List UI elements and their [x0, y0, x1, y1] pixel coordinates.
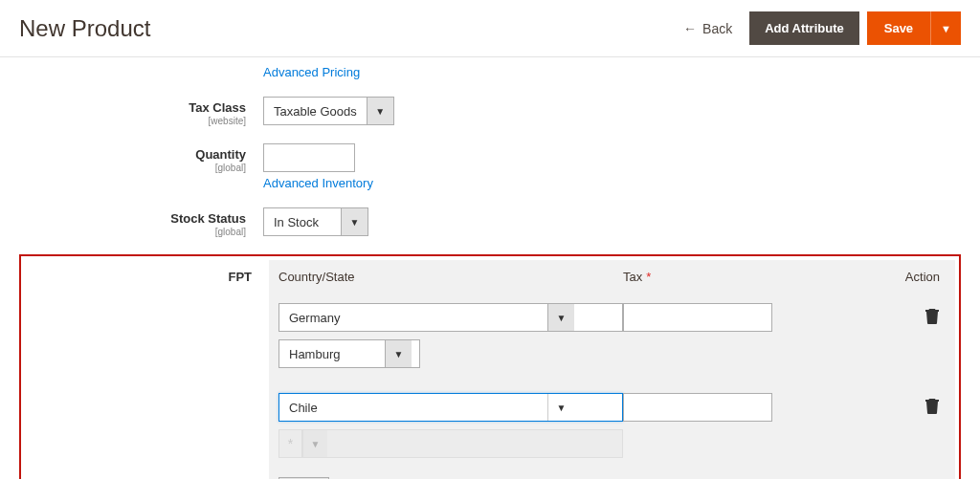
form-body: Advanced Pricing Tax Class [website] Tax…: [0, 57, 980, 479]
stock-status-label: Stock Status: [170, 211, 246, 226]
arrow-left-icon: ←: [683, 21, 697, 36]
fpt-state-select-disabled: * ▼: [278, 429, 623, 458]
header-actions: ← Back Add Attribute Save ▼: [683, 11, 961, 45]
fpt-col-country-state: Country/State: [278, 270, 623, 284]
quantity-input[interactable]: [263, 143, 355, 172]
fpt-country-select[interactable]: Germany ▼: [278, 303, 623, 332]
fpt-tax-input[interactable]: [623, 303, 772, 332]
quantity-scope: [global]: [19, 163, 246, 173]
tax-class-label: Tax Class: [189, 100, 246, 115]
chevron-down-icon: ▼: [547, 394, 574, 421]
page-header: New Product ← Back Add Attribute Save ▼: [0, 0, 980, 57]
save-dropdown-button[interactable]: ▼: [930, 11, 961, 45]
chevron-down-icon: ▼: [367, 98, 393, 124]
trash-icon[interactable]: [924, 307, 940, 324]
fpt-row: Germany ▼ Hamburg ▼: [269, 294, 955, 376]
tax-class-scope: [website]: [19, 116, 246, 126]
quantity-label: Quantity: [195, 147, 246, 162]
back-text: Back: [702, 21, 732, 36]
fpt-country-value: Chile: [279, 394, 547, 421]
tax-class-value: Taxable Goods: [264, 98, 367, 124]
fpt-state-value: *: [279, 430, 302, 457]
fpt-col-action: Action: [795, 270, 946, 284]
advanced-inventory-link[interactable]: Advanced Inventory: [263, 176, 373, 190]
back-link[interactable]: ← Back: [683, 21, 732, 36]
fpt-add-row: Add: [269, 466, 955, 479]
fpt-grid: Country/State Tax * Action Germany: [269, 260, 955, 479]
fpt-row: Chile ▼ * ▼: [269, 383, 955, 466]
fpt-col-tax: Tax *: [623, 270, 795, 284]
fpt-state-value: Hamburg: [279, 340, 385, 367]
page-title: New Product: [19, 15, 150, 42]
fpt-country-value: Germany: [279, 304, 547, 331]
add-attribute-button[interactable]: Add Attribute: [749, 11, 859, 45]
save-button[interactable]: Save: [867, 11, 930, 45]
fpt-tax-input[interactable]: [623, 393, 772, 422]
tax-class-select[interactable]: Taxable Goods ▼: [263, 97, 394, 125]
required-star-icon: *: [646, 270, 651, 284]
fpt-country-select[interactable]: Chile ▼: [278, 393, 623, 422]
chevron-down-icon: ▼: [341, 208, 368, 235]
fpt-highlight: FPT Country/State Tax * Action: [19, 254, 961, 479]
trash-icon[interactable]: [924, 397, 940, 414]
stock-status-value: In Stock: [264, 208, 341, 235]
chevron-down-icon: ▼: [385, 340, 412, 367]
fpt-label: FPT: [228, 270, 252, 284]
fpt-header-row: Country/State Tax * Action: [269, 260, 955, 294]
chevron-down-icon: ▼: [547, 304, 574, 331]
stock-status-select[interactable]: In Stock ▼: [263, 207, 368, 236]
advanced-pricing-link[interactable]: Advanced Pricing: [263, 65, 360, 79]
fpt-state-select[interactable]: Hamburg ▼: [278, 339, 420, 368]
stock-status-scope: [global]: [19, 227, 246, 237]
chevron-down-icon: ▼: [302, 430, 327, 457]
